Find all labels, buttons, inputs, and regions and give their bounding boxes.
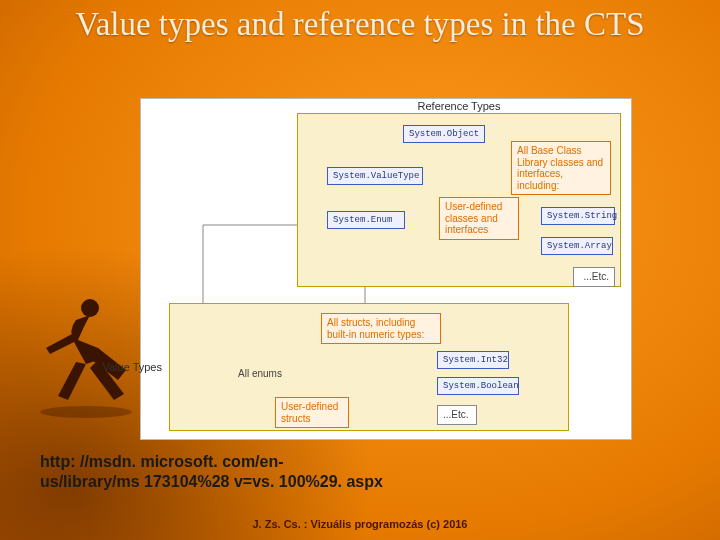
- node-system-object: System.Object: [403, 125, 485, 143]
- node-system-enum: System.Enum: [327, 211, 405, 229]
- url-line-1: http: //msdn. microsoft. com/en-: [40, 453, 284, 470]
- node-system-boolean: System.Boolean: [437, 377, 519, 395]
- node-system-string: System.String: [541, 207, 615, 225]
- runner-decoration: [28, 290, 148, 420]
- slide: Value types and reference types in the C…: [0, 0, 720, 540]
- source-url: http: //msdn. microsoft. com/en- us/libr…: [40, 452, 680, 492]
- slide-title: Value types and reference types in the C…: [0, 6, 720, 44]
- node-system-int32: System.Int32: [437, 351, 509, 369]
- cts-diagram: Reference Types Value Types System.Objec…: [140, 98, 632, 440]
- node-base-library: All Base Class Library classes and inter…: [511, 141, 611, 195]
- slide-footer: J. Zs. Cs. : Vizuális programozás (c) 20…: [0, 518, 720, 530]
- node-user-classes: User-defined classes and interfaces: [439, 197, 519, 240]
- node-all-enums: All enums: [233, 365, 287, 383]
- node-user-structs: User-defined structs: [275, 397, 349, 428]
- node-etc-ref: ...Etc.: [573, 267, 615, 287]
- url-line-2: us/library/ms 173104%28 v=vs. 100%29. as…: [40, 473, 383, 490]
- svg-point-0: [81, 299, 99, 317]
- value-types-label: Value Types: [102, 361, 162, 373]
- node-etc-val: ...Etc.: [437, 405, 477, 425]
- node-system-valuetype: System.ValueType: [327, 167, 423, 185]
- svg-point-1: [40, 406, 132, 418]
- node-all-structs: All structs, including built-in numeric …: [321, 313, 441, 344]
- reference-types-label: Reference Types: [418, 100, 501, 112]
- node-system-array: System.Array: [541, 237, 613, 255]
